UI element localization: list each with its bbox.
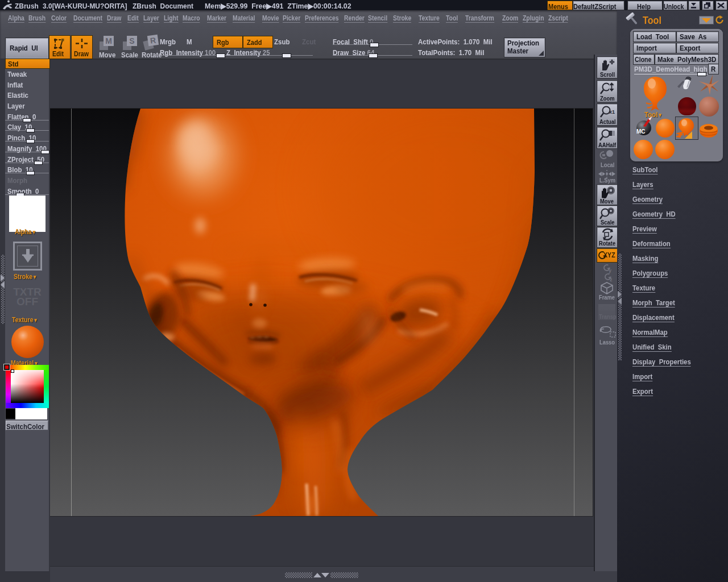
svg-text:x1: x1 (609, 109, 615, 115)
